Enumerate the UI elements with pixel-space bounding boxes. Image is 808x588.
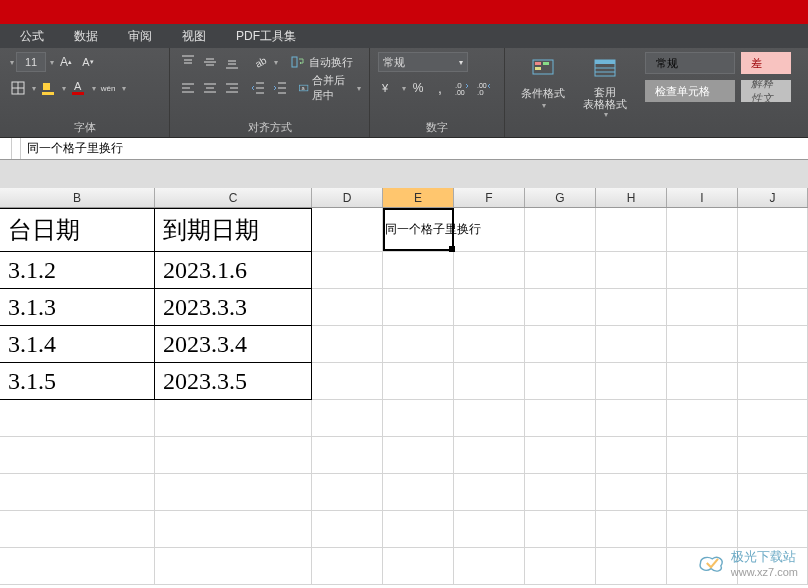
col-header-f[interactable]: F bbox=[454, 188, 525, 207]
cell-b1[interactable]: 台日期 bbox=[0, 208, 155, 252]
cell-h10[interactable] bbox=[596, 548, 667, 585]
cell-j8[interactable] bbox=[738, 474, 808, 511]
font-color-dropdown[interactable]: ▾ bbox=[92, 84, 96, 93]
cell-f8[interactable] bbox=[454, 474, 525, 511]
cell-j1[interactable] bbox=[738, 208, 808, 252]
increase-font-icon[interactable]: A▴ bbox=[56, 52, 76, 72]
cell-j4[interactable] bbox=[738, 326, 808, 363]
cell-f10[interactable] bbox=[454, 548, 525, 585]
align-center-icon[interactable] bbox=[200, 78, 220, 98]
formula-input[interactable] bbox=[21, 138, 808, 159]
cell-d5[interactable] bbox=[312, 363, 383, 400]
cell-i9[interactable] bbox=[667, 511, 738, 548]
cell-c8[interactable] bbox=[155, 474, 312, 511]
cell-e8[interactable] bbox=[383, 474, 454, 511]
conditional-format-button[interactable]: 条件格式 ▾ bbox=[513, 52, 573, 114]
col-header-e[interactable]: E bbox=[383, 188, 454, 207]
cell-c2[interactable]: 2023.1.6 bbox=[155, 252, 312, 289]
cell-f9[interactable] bbox=[454, 511, 525, 548]
conditional-format-dropdown[interactable]: ▾ bbox=[542, 101, 546, 110]
cell-h6[interactable] bbox=[596, 400, 667, 437]
cell-e4[interactable] bbox=[383, 326, 454, 363]
cell-g8[interactable] bbox=[525, 474, 596, 511]
cell-h9[interactable] bbox=[596, 511, 667, 548]
merge-dropdown[interactable]: ▾ bbox=[357, 84, 361, 93]
cell-d4[interactable] bbox=[312, 326, 383, 363]
decrease-indent-icon[interactable] bbox=[248, 78, 268, 98]
phonetic-dropdown[interactable]: ▾ bbox=[122, 84, 126, 93]
currency-dropdown[interactable]: ▾ bbox=[402, 84, 406, 93]
cell-j2[interactable] bbox=[738, 252, 808, 289]
cell-d7[interactable] bbox=[312, 437, 383, 474]
align-middle-icon[interactable] bbox=[200, 52, 220, 72]
cell-d6[interactable] bbox=[312, 400, 383, 437]
cell-j5[interactable] bbox=[738, 363, 808, 400]
cell-b10[interactable] bbox=[0, 548, 155, 585]
cell-i8[interactable] bbox=[667, 474, 738, 511]
cell-j3[interactable] bbox=[738, 289, 808, 326]
col-header-b[interactable]: B bbox=[0, 188, 155, 207]
cell-i2[interactable] bbox=[667, 252, 738, 289]
fx-icon[interactable] bbox=[12, 138, 21, 159]
fill-color-icon[interactable] bbox=[38, 78, 58, 98]
cell-f6[interactable] bbox=[454, 400, 525, 437]
border-dropdown[interactable]: ▾ bbox=[32, 84, 36, 93]
cell-b2[interactable]: 3.1.2 bbox=[0, 252, 155, 289]
phonetic-icon[interactable]: wén bbox=[98, 78, 118, 98]
col-header-d[interactable]: D bbox=[312, 188, 383, 207]
cell-i6[interactable] bbox=[667, 400, 738, 437]
cell-e5[interactable] bbox=[383, 363, 454, 400]
format-table-dropdown[interactable]: ▾ bbox=[604, 110, 608, 119]
cell-e2[interactable] bbox=[383, 252, 454, 289]
cell-h5[interactable] bbox=[596, 363, 667, 400]
cell-i5[interactable] bbox=[667, 363, 738, 400]
cell-i3[interactable] bbox=[667, 289, 738, 326]
cell-d3[interactable] bbox=[312, 289, 383, 326]
cell-c6[interactable] bbox=[155, 400, 312, 437]
cell-h1[interactable] bbox=[596, 208, 667, 252]
decrease-decimal-icon[interactable]: .00.0 bbox=[474, 78, 494, 98]
cell-c3[interactable]: 2023.3.3 bbox=[155, 289, 312, 326]
menu-formula[interactable]: 公式 bbox=[5, 24, 59, 48]
orientation-icon[interactable]: ab bbox=[250, 52, 270, 72]
cell-f3[interactable] bbox=[454, 289, 525, 326]
number-format-select[interactable]: 常规▾ bbox=[378, 52, 468, 72]
cell-c5[interactable]: 2023.3.5 bbox=[155, 363, 312, 400]
cell-c9[interactable] bbox=[155, 511, 312, 548]
align-bottom-icon[interactable] bbox=[222, 52, 242, 72]
cell-f5[interactable] bbox=[454, 363, 525, 400]
name-box[interactable] bbox=[0, 138, 12, 159]
cell-b3[interactable]: 3.1.3 bbox=[0, 289, 155, 326]
cell-b7[interactable] bbox=[0, 437, 155, 474]
cell-b4[interactable]: 3.1.4 bbox=[0, 326, 155, 363]
col-header-g[interactable]: G bbox=[525, 188, 596, 207]
cell-i7[interactable] bbox=[667, 437, 738, 474]
cell-g7[interactable] bbox=[525, 437, 596, 474]
cell-b9[interactable] bbox=[0, 511, 155, 548]
cell-j7[interactable] bbox=[738, 437, 808, 474]
align-right-icon[interactable] bbox=[222, 78, 242, 98]
menu-pdf-tools[interactable]: PDF工具集 bbox=[221, 24, 311, 48]
merge-center-button[interactable]: a 合并后居中 bbox=[296, 78, 353, 98]
format-as-table-button[interactable]: 套用 表格格式 ▾ bbox=[575, 52, 635, 123]
cell-style-explain[interactable]: 解释性文 bbox=[741, 80, 791, 102]
cell-style-normal[interactable]: 常规 bbox=[645, 52, 735, 74]
cell-j6[interactable] bbox=[738, 400, 808, 437]
cell-c1[interactable]: 到期日期 bbox=[155, 208, 312, 252]
cell-e6[interactable] bbox=[383, 400, 454, 437]
increase-decimal-icon[interactable]: .0.00 bbox=[452, 78, 472, 98]
col-header-i[interactable]: I bbox=[667, 188, 738, 207]
cell-h8[interactable] bbox=[596, 474, 667, 511]
cell-style-bad[interactable]: 差 bbox=[741, 52, 791, 74]
cell-i4[interactable] bbox=[667, 326, 738, 363]
cell-c7[interactable] bbox=[155, 437, 312, 474]
orientation-dropdown[interactable]: ▾ bbox=[274, 58, 278, 67]
cell-f4[interactable] bbox=[454, 326, 525, 363]
font-family-dropdown[interactable]: ▾ bbox=[10, 58, 14, 67]
cell-b6[interactable] bbox=[0, 400, 155, 437]
cell-g10[interactable] bbox=[525, 548, 596, 585]
font-color-icon[interactable]: A bbox=[68, 78, 88, 98]
cell-h7[interactable] bbox=[596, 437, 667, 474]
cell-g6[interactable] bbox=[525, 400, 596, 437]
decrease-font-icon[interactable]: A▾ bbox=[78, 52, 98, 72]
